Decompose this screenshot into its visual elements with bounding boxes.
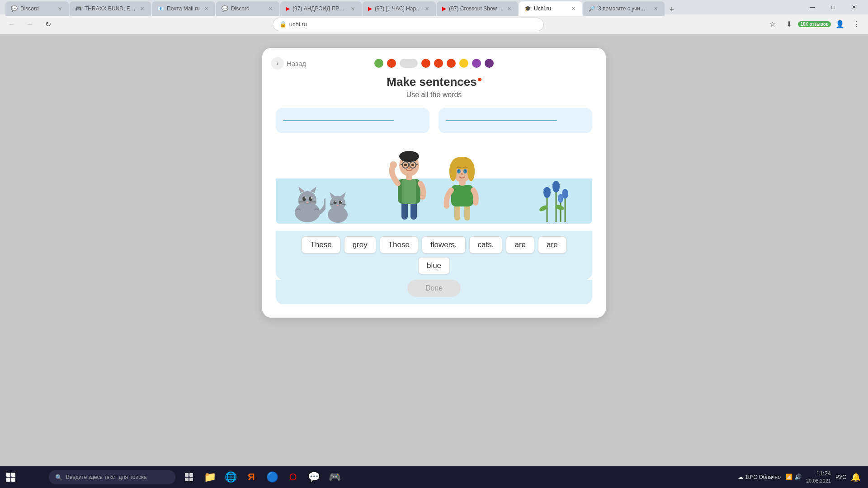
- done-button[interactable]: Done: [407, 280, 461, 297]
- bubble-underline-left: [283, 120, 394, 121]
- flowers-icon: [533, 177, 579, 222]
- svg-point-7: [305, 197, 306, 199]
- word-chip-cats[interactable]: cats.: [469, 236, 503, 253]
- tab-favicon-discord-1: 💬: [11, 5, 18, 12]
- edge-button[interactable]: 🔵: [263, 468, 281, 486]
- weather-widget: ☁ 18°C Облачно: [738, 474, 781, 480]
- task-view-icon: [185, 473, 193, 481]
- tab-favicon-yt2: ▶: [368, 5, 372, 12]
- tab-close-yt3[interactable]: ✕: [505, 5, 513, 12]
- tab-favicon-yt3: ▶: [442, 5, 446, 12]
- tab-discord-1[interactable]: 💬 Discord ✕: [5, 1, 69, 16]
- boy-svg: [389, 145, 429, 222]
- clock-date: 20.08.2021: [806, 478, 831, 484]
- task-view-button[interactable]: [180, 468, 198, 486]
- word-chip-those[interactable]: Those: [380, 236, 418, 253]
- svg-marker-16: [330, 192, 336, 198]
- tab-close-discord-2[interactable]: ✕: [267, 5, 274, 12]
- skype-button[interactable]: 💬: [305, 468, 323, 486]
- svg-point-48: [449, 161, 457, 181]
- word-chip-flowers[interactable]: flowers.: [422, 236, 466, 253]
- tab-close-thraxx[interactable]: ✕: [138, 5, 146, 12]
- address-bar-row: ← → ↻ 🔒 uchi.ru ☆ ⬇ 10К отзывов 👤 ⋮: [0, 14, 868, 34]
- svg-point-6: [309, 197, 312, 201]
- browser-taskbar-button[interactable]: 🌐: [222, 468, 240, 486]
- yandex-button[interactable]: Я: [242, 468, 260, 486]
- exercise-subtitle: Use all the words: [276, 91, 592, 99]
- tab-thraxx[interactable]: 🎮 THRAXX BUNDLE! : D... ✕: [70, 1, 151, 16]
- tab-close-yt1[interactable]: ✕: [349, 5, 356, 12]
- page-content: ‹ Назад Make sentences Use all the words: [0, 34, 868, 466]
- svg-point-1: [298, 191, 316, 209]
- lock-icon: 🔒: [279, 21, 287, 28]
- tab-discord-2[interactable]: 💬 Discord ✕: [216, 1, 279, 16]
- opera-button[interactable]: O: [284, 468, 302, 486]
- tab-label-yt2: (97) [1 ЧАС] Нар...: [375, 5, 420, 12]
- tab-close-yt2[interactable]: ✕: [423, 5, 430, 12]
- exercise-title: Make sentences: [276, 75, 592, 89]
- close-button[interactable]: ✕: [844, 0, 864, 14]
- language-indicator: РУС: [835, 474, 846, 480]
- back-button[interactable]: ‹ Назад: [271, 57, 306, 70]
- speech-bubble-right[interactable]: [439, 108, 592, 133]
- progress-dot-2: [387, 59, 396, 68]
- extensions-area: 10К отзывов: [798, 21, 831, 27]
- word-chip-these[interactable]: These: [302, 236, 340, 253]
- menu-button[interactable]: ⋮: [849, 17, 863, 32]
- taskbar-clock[interactable]: 11:24 20.08.2021: [806, 469, 831, 485]
- reviews-badge: 10К отзывов: [798, 21, 831, 27]
- progress-dot-4: [421, 59, 430, 68]
- tab-youtube-2[interactable]: ▶ (97) [1 ЧАС] Нар... ✕: [363, 1, 436, 16]
- reload-button[interactable]: ↻: [41, 17, 55, 32]
- svg-rect-68: [189, 478, 193, 481]
- taskbar-search[interactable]: 🔍 Введите здесь текст для поиска: [49, 470, 175, 484]
- tab-mail[interactable]: 📧 Почта Mail.ru ✕: [152, 1, 215, 16]
- word-chip-are-1[interactable]: are: [506, 236, 534, 253]
- downloads-button[interactable]: ⬇: [782, 17, 796, 32]
- back-icon: ‹: [271, 57, 284, 70]
- tab-help[interactable]: 🔎 3 помогите с учи ру м... ✕: [583, 1, 665, 16]
- word-chip-are-2[interactable]: are: [538, 236, 566, 253]
- yandex-icon: Я: [248, 471, 255, 483]
- forward-nav-button[interactable]: →: [23, 17, 37, 32]
- file-explorer-button[interactable]: 📁: [201, 468, 219, 486]
- word-chip-grey[interactable]: grey: [344, 236, 376, 253]
- tab-youtube-1[interactable]: ▶ (97) АНДРОИД ПРОТ... ✕: [280, 1, 362, 16]
- tab-close-help[interactable]: ✕: [652, 5, 659, 12]
- svg-point-21: [341, 201, 342, 202]
- back-nav-button[interactable]: ←: [5, 17, 19, 32]
- girl-character: [443, 154, 481, 224]
- speech-bubble-left[interactable]: [276, 108, 429, 133]
- tab-close-mail[interactable]: ✕: [203, 5, 210, 12]
- notifications-button[interactable]: 🔔: [851, 472, 861, 482]
- search-icon: 🔍: [55, 474, 62, 481]
- minimize-button[interactable]: —: [802, 0, 823, 14]
- taskbar-right: ☁ 18°C Облачно 📶 🔊 11:24 20.08.2021 РУС …: [738, 469, 868, 485]
- start-button[interactable]: [0, 466, 22, 488]
- svg-point-39: [404, 164, 407, 166]
- word-chip-blue[interactable]: blue: [418, 257, 450, 274]
- tab-close-discord-1[interactable]: ✕: [56, 5, 63, 12]
- exercise-card: ‹ Назад Make sentences Use all the words: [262, 48, 606, 318]
- cloud-icon: ☁: [738, 474, 743, 480]
- tab-label-thraxx: THRAXX BUNDLE! : D...: [85, 5, 136, 12]
- bubble-underline-right: [446, 120, 557, 121]
- new-tab-button[interactable]: +: [665, 3, 678, 16]
- address-bar[interactable]: 🔒 uchi.ru: [273, 18, 544, 31]
- discord-taskbar-button[interactable]: 🎮: [326, 468, 344, 486]
- toolbar-right: ☆ ⬇ 10К отзывов 👤 ⋮: [765, 17, 863, 32]
- profile-button[interactable]: 👤: [833, 17, 847, 32]
- tab-label-yt3: (97) Crossout Show:...: [449, 5, 503, 12]
- svg-point-15: [330, 196, 345, 211]
- tab-uchi[interactable]: 🎓 Uchi.ru ✕: [519, 1, 582, 16]
- maximize-button[interactable]: □: [823, 0, 844, 14]
- cat-2-icon: [323, 190, 353, 224]
- bookmark-button[interactable]: ☆: [765, 17, 780, 32]
- tab-youtube-3[interactable]: ▶ (97) Crossout Show:... ✕: [437, 1, 518, 16]
- tab-close-uchi[interactable]: ✕: [570, 5, 577, 12]
- progress-dots: [276, 59, 592, 68]
- taskbar-app-icons: 📁 🌐 Я 🔵 O 💬 🎮: [180, 468, 344, 486]
- svg-point-29: [390, 161, 397, 169]
- browser-icon: 🌐: [225, 471, 237, 483]
- title-dot: [478, 78, 481, 81]
